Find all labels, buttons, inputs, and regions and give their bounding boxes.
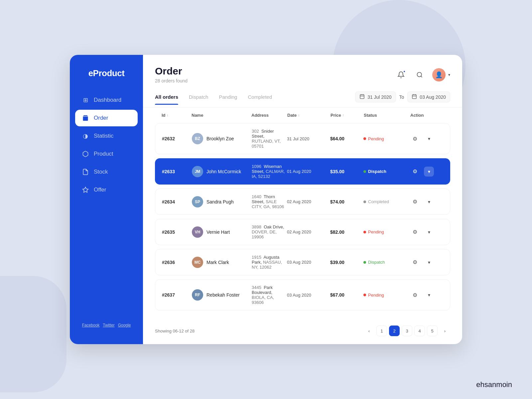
page-subtitle: 28 orders found xyxy=(155,78,188,83)
app-container: eProduct ⊞ Dashboard Orde xyxy=(70,55,462,344)
pagination-row: Showing 06-12 of 28 ‹ 1 2 3 4 5 › xyxy=(143,320,462,344)
expand-icon[interactable]: ▾ xyxy=(424,197,434,207)
footer-link-twitter[interactable]: Twitter xyxy=(103,323,114,328)
settings-icon[interactable]: ⚙ xyxy=(410,197,420,207)
date-filter: 31 Jul 2020 To 03 Aug 2020 xyxy=(355,91,450,107)
pagination-page-5[interactable]: 5 xyxy=(427,326,438,336)
pagination-page-1[interactable]: 1 xyxy=(376,326,387,336)
settings-icon[interactable]: ⚙ xyxy=(410,167,420,177)
sidebar-item-dashboard[interactable]: ⊞ Dashboard xyxy=(75,92,138,108)
row-date: 01 Aug 2020 xyxy=(287,169,330,174)
row-name: VH Vernie Hart xyxy=(192,226,252,238)
page-title: Order xyxy=(155,66,188,77)
sidebar-nav: ⊞ Dashboard Order ◑ xyxy=(70,92,143,316)
row-id: #2632 xyxy=(162,136,192,141)
expand-icon[interactable]: ▾ xyxy=(424,257,434,267)
sidebar-item-label-order: Order xyxy=(94,115,108,121)
offer-icon xyxy=(82,186,89,194)
row-id: #2635 xyxy=(162,229,192,235)
pagination-page-2[interactable]: 2 xyxy=(389,326,400,336)
table-row[interactable]: #2637 RF Rebekah Foster 3445 Park Boulev… xyxy=(155,279,450,311)
status-badge: Pending xyxy=(363,136,410,141)
row-date: 03 Aug 2020 xyxy=(287,260,330,265)
col-id: Id ↕ xyxy=(162,113,192,118)
date-from[interactable]: 31 Jul 2020 xyxy=(355,91,396,102)
row-name: MC Mark Clark xyxy=(192,257,252,268)
row-actions: ⚙ ▾ xyxy=(410,257,443,267)
svg-point-2 xyxy=(417,72,422,77)
row-price: $64.00 xyxy=(330,136,363,141)
status-dot xyxy=(363,200,366,203)
date-to[interactable]: 03 Aug 2020 xyxy=(407,91,450,102)
tab-dispatch[interactable]: Dispatch xyxy=(189,94,208,104)
expand-icon[interactable]: ▾ xyxy=(424,290,434,300)
status-text: Pending xyxy=(368,136,384,141)
sidebar-item-product[interactable]: Product xyxy=(75,146,138,162)
table-row[interactable]: #2636 MC Mark Clark 1915 Augusta Park, N… xyxy=(155,249,450,275)
status-text: Dispatch xyxy=(368,260,385,265)
user-menu[interactable]: 👤 ▾ xyxy=(432,68,450,81)
row-name: BZ Brooklyn Zoe xyxy=(192,133,252,144)
settings-icon[interactable]: ⚙ xyxy=(410,290,420,300)
avatar-image: 👤 xyxy=(432,68,446,81)
row-actions: ⚙ ▾ xyxy=(410,167,443,177)
expand-icon[interactable]: ▾ xyxy=(424,167,434,177)
footer-link-google[interactable]: Google xyxy=(118,323,131,328)
row-id: #2636 xyxy=(162,260,192,265)
settings-icon[interactable]: ⚙ xyxy=(410,227,420,237)
bg-decoration-2 xyxy=(0,276,66,392)
sidebar-item-label-stock: Stock xyxy=(94,169,108,175)
status-text: Pending xyxy=(368,293,384,298)
col-date: Date ↕ xyxy=(287,113,331,118)
sidebar-footer: Facebook Twitter Google xyxy=(70,316,143,334)
row-price: $39.00 xyxy=(330,260,363,265)
sidebar-item-statistic[interactable]: ◑ Statistic xyxy=(75,128,138,144)
main-content: Order 28 orders found xyxy=(143,55,462,344)
row-address: 3898 Oak Drive, DOVER, DE, 19906 xyxy=(252,224,287,239)
sidebar-item-label-statistic: Statistic xyxy=(94,133,114,139)
pagination-prev[interactable]: ‹ xyxy=(364,326,374,336)
settings-icon[interactable]: ⚙ xyxy=(410,257,420,267)
pagination-controls: ‹ 1 2 3 4 5 › xyxy=(364,326,450,336)
table-row[interactable]: #2635 VH Vernie Hart 3898 Oak Drive, DOV… xyxy=(155,219,450,245)
table-row[interactable]: #2632 BZ Brooklyn Zoe 302 Snider Street,… xyxy=(155,123,450,154)
col-name: Name xyxy=(192,113,251,118)
chevron-down-icon: ▾ xyxy=(448,72,450,77)
status-text: Dispatch xyxy=(368,169,386,174)
pagination-next[interactable]: › xyxy=(440,326,450,336)
footer-brand-light: moin xyxy=(496,380,512,389)
row-price: $82.00 xyxy=(330,229,363,235)
table-header: Id ↕ Name Address Date ↕ Price ↑ Status … xyxy=(155,107,450,123)
pagination-page-4[interactable]: 4 xyxy=(414,326,425,336)
tab-all-orders[interactable]: All orders xyxy=(155,94,178,104)
tab-panding[interactable]: Panding xyxy=(219,94,237,104)
sidebar-item-stock[interactable]: Stock xyxy=(75,164,138,180)
notification-button[interactable] xyxy=(395,69,407,81)
sidebar: eProduct ⊞ Dashboard Orde xyxy=(70,55,143,344)
tabs-row: All orders Dispatch Panding Completed xyxy=(143,83,462,107)
calendar-from-icon xyxy=(359,94,365,100)
tab-completed[interactable]: Completed xyxy=(248,94,272,104)
row-name: RF Rebekah Foster xyxy=(192,289,252,301)
row-price: $74.00 xyxy=(330,199,363,204)
col-price: Price ↑ xyxy=(331,113,364,118)
expand-icon[interactable]: ▾ xyxy=(424,227,434,237)
pagination-page-3[interactable]: 3 xyxy=(402,326,412,336)
status-badge: Dispatch xyxy=(363,169,410,174)
table-row[interactable]: #2633 JM John McCormick 1096 Wiseman Str… xyxy=(155,158,450,185)
row-date: 03 Aug 2020 xyxy=(287,293,330,298)
table-row[interactable]: #2634 SP Sandra Pugh 1640 Thorn Street, … xyxy=(155,189,450,215)
settings-icon[interactable]: ⚙ xyxy=(410,134,420,144)
footer-link-facebook[interactable]: Facebook xyxy=(82,323,100,328)
sidebar-item-offer[interactable]: Offer xyxy=(75,182,138,198)
expand-icon[interactable]: ▾ xyxy=(424,134,434,144)
table-body: #2632 BZ Brooklyn Zoe 302 Snider Street,… xyxy=(155,123,450,311)
row-id: #2634 xyxy=(162,199,192,204)
tabs: All orders Dispatch Panding Completed xyxy=(155,94,272,104)
sidebar-item-order[interactable]: Order xyxy=(75,110,138,126)
row-address: 302 Snider Street, RUTLAND, VT, 05701 xyxy=(252,129,287,149)
search-button[interactable] xyxy=(414,69,426,81)
header-left: Order 28 orders found xyxy=(155,66,188,83)
status-dot xyxy=(363,170,366,173)
status-text: Completed xyxy=(368,199,389,204)
